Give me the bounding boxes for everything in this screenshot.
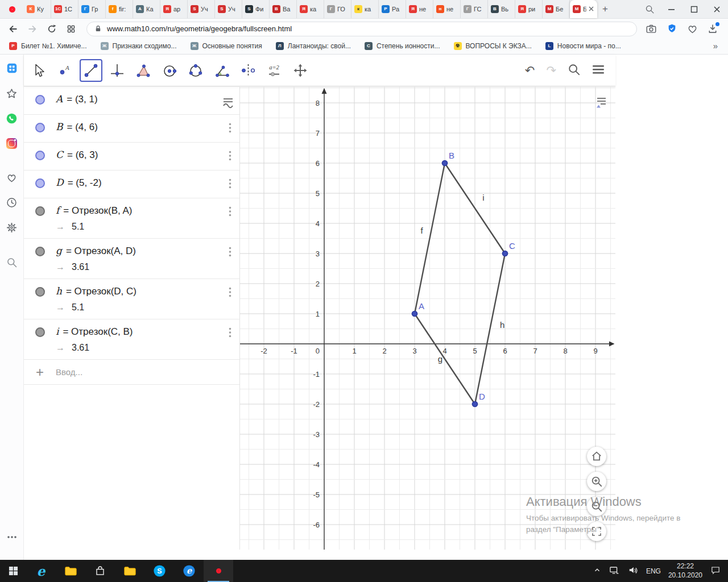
speed-dial-tiles-icon[interactable] — [63, 21, 80, 37]
algebra-row[interactable]: D= (5, -2) — [24, 171, 239, 198]
browser-tab[interactable]: f fir: — [106, 0, 133, 18]
visibility-toggle[interactable] — [35, 178, 45, 188]
tool-perpendicular-line[interactable] — [106, 59, 129, 82]
browser-tab[interactable]: Г ГС — [461, 0, 488, 18]
row-menu-kebab-icon[interactable] — [226, 150, 234, 161]
window-maximize-button[interactable] — [682, 0, 705, 18]
opera-menu-button[interactable] — [0, 0, 24, 18]
algebra-input-row[interactable]: + Ввод... — [24, 360, 239, 385]
browser-tab[interactable]: S Фи — [242, 0, 270, 18]
action-center-icon[interactable] — [710, 564, 721, 578]
tool-move-graphics-view[interactable] — [289, 59, 312, 82]
reload-button[interactable] — [43, 21, 60, 37]
row-menu-kebab-icon[interactable] — [226, 246, 234, 257]
window-close-button[interactable] — [705, 0, 728, 18]
bookmark-item[interactable]: Ж Признаки сходимо... — [101, 42, 177, 50]
taskbar-internet-explorer[interactable]: e — [26, 560, 56, 582]
browser-tab[interactable]: к ка — [351, 0, 379, 18]
browser-tab[interactable]: Я ка — [297, 0, 324, 18]
graphics-settings-icon[interactable] — [593, 94, 610, 111]
taskbar-edge[interactable]: e — [174, 560, 204, 582]
row-menu-kebab-icon[interactable] — [226, 327, 234, 338]
point-D[interactable] — [472, 401, 477, 406]
browser-tab[interactable]: В Вь — [488, 0, 515, 18]
browser-tab[interactable]: М Бе — [570, 0, 597, 18]
snapshot-camera-icon[interactable] — [644, 22, 659, 36]
visibility-toggle[interactable] — [35, 287, 45, 297]
tool-move[interactable] — [27, 59, 50, 82]
browser-tab[interactable]: S Уч — [188, 0, 215, 18]
visibility-toggle[interactable] — [35, 123, 45, 132]
browser-tab[interactable]: М Бе — [543, 0, 570, 18]
browser-tab[interactable]: Р Ра — [379, 0, 406, 18]
browser-tab[interactable]: В Ва — [270, 0, 297, 18]
browser-tab[interactable]: Г Гр — [78, 0, 106, 18]
tool-point[interactable]: A — [53, 59, 76, 82]
browser-tab[interactable]: 1С 1С — [51, 0, 78, 18]
algebra-row[interactable]: h= Отрезок(D, C) →5.1 — [24, 279, 239, 319]
coordinate-plane[interactable]: -2-1123456789-6-5-4-3-2-1123456780fghiAB… — [240, 87, 615, 550]
geogebra-search-icon[interactable] — [568, 63, 580, 78]
algebra-row[interactable]: C= (6, 3) — [24, 143, 239, 171]
instagram-icon[interactable] — [0, 131, 24, 156]
language-indicator[interactable]: ENG — [646, 567, 661, 575]
tool-polygon[interactable] — [132, 59, 155, 82]
visibility-toggle[interactable] — [35, 95, 45, 105]
tool-circle-center-point[interactable] — [158, 59, 181, 82]
point-B[interactable] — [442, 160, 447, 165]
taskbar-skype[interactable]: S — [144, 560, 174, 582]
row-menu-kebab-icon[interactable] — [226, 178, 234, 189]
my-flow-heart-icon[interactable] — [0, 165, 24, 190]
network-icon[interactable] — [609, 564, 620, 578]
row-menu-kebab-icon[interactable] — [226, 206, 234, 217]
algebra-row[interactable]: g= Отрезок(A, D) →3.61 — [24, 239, 239, 279]
clock[interactable]: 22:2220.10.2020 — [668, 562, 702, 580]
browser-tab[interactable]: Г ГО — [324, 0, 351, 18]
bookmark-item[interactable]: Л Лантаноиды: свой... — [276, 42, 351, 50]
tool-circle-three-points[interactable] — [184, 59, 207, 82]
whatsapp-icon[interactable] — [0, 106, 24, 131]
start-button[interactable] — [0, 560, 26, 582]
reset-view-home-button[interactable] — [587, 447, 606, 466]
point-C[interactable] — [502, 251, 507, 256]
bookmark-item[interactable]: P Билет №1. Химиче... — [9, 42, 87, 50]
window-minimize-button[interactable] — [660, 0, 682, 18]
new-tab-button[interactable]: + — [597, 0, 613, 18]
taskbar-store[interactable] — [85, 560, 115, 582]
browser-tab[interactable]: Я ри — [515, 0, 543, 18]
zoom-in-button[interactable] — [587, 472, 606, 491]
taskbar-file-explorer[interactable] — [56, 560, 85, 582]
tool-angle[interactable] — [210, 59, 233, 82]
bookmark-item[interactable]: С Степень ионности... — [365, 42, 440, 50]
speed-dial-icon[interactable] — [0, 56, 24, 81]
redo-icon[interactable]: ↷ — [546, 64, 556, 76]
tool-reflection[interactable] — [237, 59, 259, 82]
sidebar-more-icon[interactable] — [0, 525, 24, 550]
back-button[interactable] — [5, 21, 22, 37]
tab-search-icon[interactable] — [639, 0, 660, 18]
taskbar-opera-active[interactable] — [204, 560, 233, 582]
tool-slider[interactable]: a=2 — [263, 59, 286, 82]
browser-tab[interactable]: Я ар — [160, 0, 188, 18]
browser-tab[interactable]: н не — [433, 0, 461, 18]
history-clock-icon[interactable] — [0, 190, 24, 215]
downloads-icon[interactable] — [705, 22, 720, 36]
bookmark-item[interactable]: Ж Основные понятия — [191, 42, 262, 50]
browser-tab[interactable]: Я не — [406, 0, 433, 18]
sidebar-search-icon[interactable] — [0, 250, 24, 275]
tool-segment[interactable] — [80, 59, 102, 82]
row-menu-kebab-icon[interactable] — [226, 286, 234, 298]
bookmarks-star-icon[interactable] — [0, 81, 24, 106]
visibility-toggle[interactable] — [35, 327, 45, 337]
fullscreen-button[interactable] — [587, 522, 606, 541]
algebra-settings-icon[interactable] — [220, 94, 236, 110]
bookmark-item[interactable]: ☢ ВОПРОСЫ К ЭКЗА... — [454, 42, 532, 50]
browser-tab[interactable]: S Уч — [215, 0, 242, 18]
bookmarks-overflow-chevron[interactable]: » — [713, 41, 718, 51]
url-field[interactable]: www.math10.com/ru/geometria/geogebra/ful… — [86, 22, 637, 36]
bookmark-item[interactable]: L Новости мира - по... — [545, 42, 621, 50]
graphics-view[interactable]: -2-1123456789-6-5-4-3-2-1123456780fghiAB… — [240, 87, 615, 550]
settings-gear-icon[interactable] — [0, 215, 24, 240]
taskbar-folder-2[interactable] — [115, 560, 144, 582]
algebra-row[interactable]: A= (3, 1) — [24, 87, 239, 115]
